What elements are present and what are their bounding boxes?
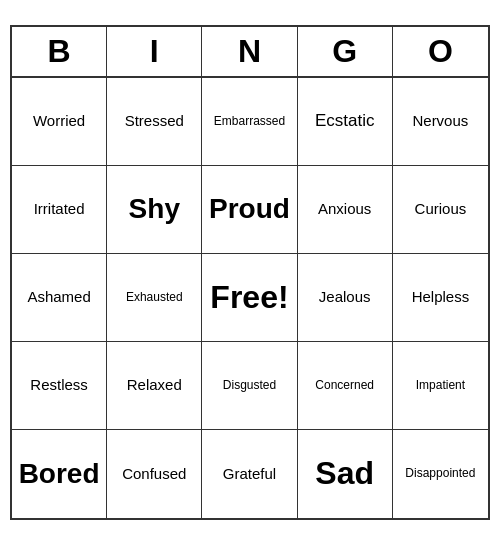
- bingo-cell[interactable]: Jealous: [298, 254, 393, 342]
- cell-text: Proud: [209, 192, 290, 226]
- bingo-cell[interactable]: Ashamed: [12, 254, 107, 342]
- bingo-cell[interactable]: Confused: [107, 430, 202, 518]
- bingo-cell[interactable]: Bored: [12, 430, 107, 518]
- bingo-cell[interactable]: Sad: [298, 430, 393, 518]
- bingo-cell[interactable]: Proud: [202, 166, 297, 254]
- cell-text: Irritated: [34, 200, 85, 218]
- cell-text: Impatient: [416, 378, 465, 392]
- cell-text: Curious: [415, 200, 467, 218]
- bingo-cell[interactable]: Concerned: [298, 342, 393, 430]
- bingo-cell[interactable]: Disappointed: [393, 430, 488, 518]
- bingo-cell[interactable]: Exhausted: [107, 254, 202, 342]
- bingo-grid: WorriedStressedEmbarrassedEcstaticNervou…: [12, 78, 488, 518]
- cell-text: Disgusted: [223, 378, 276, 392]
- cell-text: Shy: [129, 192, 180, 226]
- bingo-cell[interactable]: Nervous: [393, 78, 488, 166]
- header-letter: O: [393, 27, 488, 76]
- bingo-card: BINGO WorriedStressedEmbarrassedEcstatic…: [10, 25, 490, 520]
- cell-text: Helpless: [412, 288, 470, 306]
- cell-text: Ashamed: [27, 288, 90, 306]
- cell-text: Bored: [19, 457, 100, 491]
- bingo-cell[interactable]: Shy: [107, 166, 202, 254]
- bingo-cell[interactable]: Impatient: [393, 342, 488, 430]
- bingo-header: BINGO: [12, 27, 488, 78]
- cell-text: Restless: [30, 376, 88, 394]
- bingo-cell[interactable]: Grateful: [202, 430, 297, 518]
- cell-text: Concerned: [315, 378, 374, 392]
- header-letter: I: [107, 27, 202, 76]
- cell-text: Worried: [33, 112, 85, 130]
- bingo-cell[interactable]: Relaxed: [107, 342, 202, 430]
- header-letter: G: [298, 27, 393, 76]
- bingo-cell[interactable]: Worried: [12, 78, 107, 166]
- cell-text: Jealous: [319, 288, 371, 306]
- cell-text: Stressed: [125, 112, 184, 130]
- header-letter: B: [12, 27, 107, 76]
- cell-text: Exhausted: [126, 290, 183, 304]
- bingo-cell[interactable]: Irritated: [12, 166, 107, 254]
- cell-text: Nervous: [412, 112, 468, 130]
- cell-text: Relaxed: [127, 376, 182, 394]
- bingo-cell[interactable]: Stressed: [107, 78, 202, 166]
- cell-text: Sad: [315, 454, 374, 492]
- bingo-cell[interactable]: Free!: [202, 254, 297, 342]
- bingo-cell[interactable]: Restless: [12, 342, 107, 430]
- header-letter: N: [202, 27, 297, 76]
- bingo-cell[interactable]: Disgusted: [202, 342, 297, 430]
- cell-text: Free!: [210, 278, 288, 316]
- bingo-cell[interactable]: Embarrassed: [202, 78, 297, 166]
- bingo-cell[interactable]: Curious: [393, 166, 488, 254]
- cell-text: Anxious: [318, 200, 371, 218]
- cell-text: Grateful: [223, 465, 276, 483]
- cell-text: Disappointed: [405, 466, 475, 480]
- cell-text: Confused: [122, 465, 186, 483]
- bingo-cell[interactable]: Anxious: [298, 166, 393, 254]
- bingo-cell[interactable]: Helpless: [393, 254, 488, 342]
- cell-text: Ecstatic: [315, 111, 375, 131]
- cell-text: Embarrassed: [214, 114, 285, 128]
- bingo-cell[interactable]: Ecstatic: [298, 78, 393, 166]
